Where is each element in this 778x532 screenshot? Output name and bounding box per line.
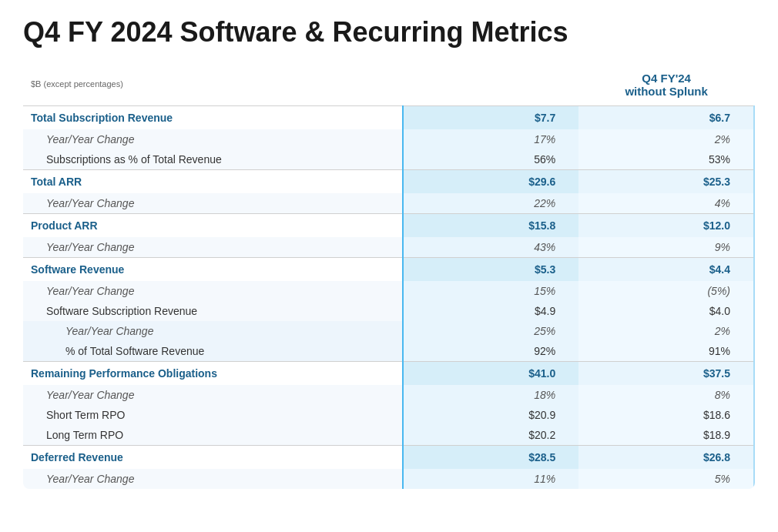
row-val-col1: $5.3 [403, 258, 578, 282]
table-row: Total ARR$29.6$25.3 [23, 170, 754, 194]
row-val-col2: 9% [578, 237, 754, 258]
row-val-col2: $12.0 [578, 214, 754, 238]
row-val-col1: 17% [403, 129, 578, 149]
row-val-col1: $28.5 [403, 446, 578, 470]
table-row: Year/Year Change17%2% [23, 129, 754, 149]
row-val-col1: $29.6 [403, 170, 578, 194]
row-label: Total Subscription Revenue [23, 106, 403, 130]
row-val-col1: 92% [403, 341, 578, 362]
row-val-col2: 2% [578, 129, 754, 149]
row-val-col2: (5%) [578, 281, 754, 301]
row-val-col1: 18% [403, 385, 578, 405]
col2-header: Q4 FY'24 without Splunk [578, 64, 754, 106]
row-val-col1: $20.9 [403, 405, 578, 425]
row-val-col2: $37.5 [578, 362, 754, 386]
row-val-col1: $20.2 [403, 425, 578, 446]
row-val-col2: 8% [578, 385, 754, 405]
table-row: Short Term RPO$20.9$18.6 [23, 405, 754, 425]
row-val-col1: 22% [403, 193, 578, 214]
row-label: Total ARR [23, 170, 403, 194]
row-val-col1: $7.7 [403, 106, 578, 130]
page-title: Q4 FY 2024 Software & Recurring Metrics [23, 15, 755, 49]
row-val-col2: $4.0 [578, 301, 754, 321]
row-val-col2: $26.8 [578, 446, 754, 470]
table-row: % of Total Software Revenue92%91% [23, 341, 754, 362]
table-row: Year/Year Change25%2% [23, 321, 754, 341]
row-label: Year/Year Change [23, 321, 403, 341]
row-label: Product ARR [23, 214, 403, 238]
row-val-col1: 56% [403, 149, 578, 170]
row-label: % of Total Software Revenue [23, 341, 403, 362]
row-val-col2: 4% [578, 193, 754, 214]
row-val-col1: 43% [403, 237, 578, 258]
table-row: Year/Year Change18%8% [23, 385, 754, 405]
row-val-col1: 15% [403, 281, 578, 301]
row-val-col2: $25.3 [578, 170, 754, 194]
row-val-col2: $4.4 [578, 258, 754, 282]
metrics-table: $B (except percentages) Q4 FY'24 Q4 FY'2… [23, 64, 755, 489]
row-label: Software Subscription Revenue [23, 301, 403, 321]
row-val-col2: 91% [578, 341, 754, 362]
row-val-col1: 25% [403, 321, 578, 341]
row-label: Year/Year Change [23, 385, 403, 405]
row-label: Deferred Revenue [23, 446, 403, 470]
row-label: Year/Year Change [23, 237, 403, 258]
row-val-col2: 5% [578, 469, 754, 489]
col1-header: Q4 FY'24 [403, 64, 578, 106]
table-row: Deferred Revenue$28.5$26.8 [23, 446, 754, 470]
row-label: Year/Year Change [23, 469, 403, 489]
row-label: Remaining Performance Obligations [23, 362, 403, 386]
table-row: Software Revenue$5.3$4.4 [23, 258, 754, 282]
metrics-table-wrapper: $B (except percentages) Q4 FY'24 Q4 FY'2… [23, 64, 755, 489]
row-val-col2: $6.7 [578, 106, 754, 130]
table-row: Product ARR$15.8$12.0 [23, 214, 754, 238]
row-val-col2: 53% [578, 149, 754, 170]
table-row: Long Term RPO$20.2$18.9 [23, 425, 754, 446]
unit-label: $B (except percentages) [23, 64, 403, 106]
table-row: Year/Year Change11%5% [23, 469, 754, 489]
table-row: Year/Year Change22%4% [23, 193, 754, 214]
row-label: Year/Year Change [23, 281, 403, 301]
row-label: Year/Year Change [23, 129, 403, 149]
unit-row: $B (except percentages) Q4 FY'24 Q4 FY'2… [23, 64, 754, 106]
row-val-col1: $15.8 [403, 214, 578, 238]
table-row: Subscriptions as % of Total Revenue56%53… [23, 149, 754, 170]
row-val-col2: $18.6 [578, 405, 754, 425]
row-val-col2: $18.9 [578, 425, 754, 446]
row-label: Software Revenue [23, 258, 403, 282]
row-label: Year/Year Change [23, 193, 403, 214]
row-label: Subscriptions as % of Total Revenue [23, 149, 403, 170]
table-row: Remaining Performance Obligations$41.0$3… [23, 362, 754, 386]
row-val-col1: $4.9 [403, 301, 578, 321]
table-row: Year/Year Change15%(5%) [23, 281, 754, 301]
row-label: Short Term RPO [23, 405, 403, 425]
table-row: Total Subscription Revenue$7.7$6.7 [23, 106, 754, 130]
row-val-col1: $41.0 [403, 362, 578, 386]
table-row: Software Subscription Revenue$4.9$4.0 [23, 301, 754, 321]
row-val-col2: 2% [578, 321, 754, 341]
table-row: Year/Year Change43%9% [23, 237, 754, 258]
row-val-col1: 11% [403, 469, 578, 489]
row-label: Long Term RPO [23, 425, 403, 446]
